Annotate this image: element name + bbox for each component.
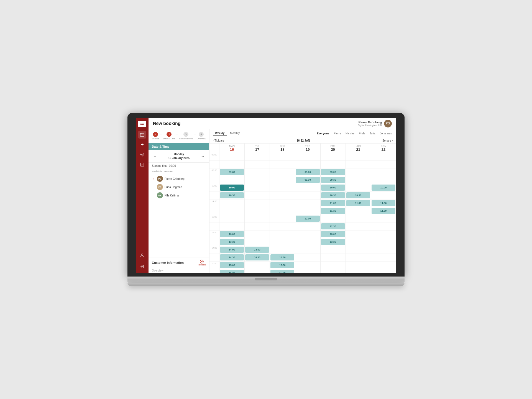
slot-tue-0830 — [245, 161, 270, 168]
step-4-label: Overview — [197, 137, 206, 140]
slot-sat-1400 — [346, 246, 371, 254]
prev-date-button[interactable]: ← — [152, 154, 158, 159]
slot-btn-sun-11.30[interactable]: 11.30 — [372, 208, 395, 214]
slot-btn-thu-12.00[interactable]: 12.00 — [296, 216, 319, 222]
slot-btn-mon-15.00[interactable]: 15.00 — [220, 262, 244, 268]
staff-tab-everyone[interactable]: Everyone — [316, 131, 330, 135]
app-container: care + — [136, 118, 396, 273]
sidebar-item-reports[interactable] — [138, 161, 146, 168]
slot-mon-0800 — [219, 153, 244, 161]
slot-mon-1300: 13.00 — [219, 231, 244, 238]
sidebar-item-settings[interactable] — [138, 151, 146, 158]
laptop-notch — [255, 278, 277, 280]
step-connector-2 — [176, 134, 178, 134]
staff-tab-julia[interactable]: Julia — [369, 131, 377, 135]
slot-btn-fri-13.00[interactable]: 13.00 — [321, 231, 345, 237]
staff-tab-johannes[interactable]: Johannes — [379, 131, 393, 135]
slot-tue-1000 — [245, 184, 270, 192]
next-step-label: Next step — [198, 264, 206, 266]
tab-weekly[interactable]: Weekly — [213, 131, 227, 136]
coworker-2-check — [152, 185, 155, 189]
slot-btn-mon-13.30[interactable]: 13.30 — [220, 239, 244, 245]
slot-btn-mon-15.30[interactable]: 15.30 — [220, 270, 244, 273]
tab-monthly[interactable]: Monthly — [228, 131, 242, 136]
slot-btn-mon-10.30[interactable]: 10.30 — [220, 192, 244, 198]
slot-btn-fri-09.00[interactable]: 09.00 — [321, 169, 345, 175]
sidebar-item-profile[interactable] — [138, 252, 146, 259]
date-time-section-header: Date & Time — [149, 143, 209, 150]
slot-btn-sat-10.30[interactable]: 10.30 — [346, 192, 370, 198]
slot-btn-fri-11.00[interactable]: 11.00 — [321, 200, 345, 206]
slot-btn-tue-14.00[interactable]: 14.00 — [245, 247, 269, 253]
slot-mon-1030: 10.30 — [219, 192, 244, 200]
step-3-circle: 3 — [183, 132, 188, 137]
prev-week-button[interactable]: ‹ Tidigare — [213, 139, 224, 142]
day-header-mon: Mån 16 — [219, 144, 245, 153]
selected-time[interactable]: 10:00 — [169, 164, 176, 167]
svg-point-9 — [141, 254, 143, 255]
slot-btn-fri-10.30[interactable]: 10.30 — [321, 192, 345, 198]
slot-btn-fri-10.00[interactable]: 10.00 — [321, 185, 345, 191]
slot-btn-fri-09.30[interactable]: 09.30 — [321, 177, 345, 183]
staff-tab-pierre[interactable]: Pierre — [332, 131, 342, 135]
day-col-mon: 09.3010.0010.3013.0013.3014.0014.3015.00… — [219, 153, 245, 273]
slot-btn-thu-09.00[interactable]: 09.00 — [296, 169, 319, 175]
step-3-label: Customer info — [179, 137, 193, 140]
slot-btn-sun-10.00[interactable]: 10.00 — [372, 185, 395, 191]
slot-btn-mon-13.00[interactable]: 13.00 — [220, 231, 244, 237]
sidebar-item-logout[interactable] — [138, 263, 146, 270]
slot-btn-thu-09.30[interactable]: 09.30 — [296, 177, 319, 183]
coworker-section: Available Coworker: ✓ PG Pierre Grönberg… — [149, 168, 209, 201]
next-week-button[interactable]: Senare › — [382, 139, 393, 142]
slot-thu-1000 — [295, 184, 320, 192]
sidebar-item-calendar[interactable] — [138, 131, 146, 139]
coworker-1-name: Pierre Grönberg — [165, 177, 185, 180]
step-4-circle: 4 — [199, 132, 204, 137]
slot-btn-mon-10.00[interactable]: 10.00 — [220, 185, 244, 191]
coworker-item-2[interactable]: FD Frida Dogman — [152, 183, 206, 191]
slot-btn-mon-14.30[interactable]: 14.30 — [220, 254, 244, 260]
slot-sun-1030 — [371, 192, 396, 200]
slot-tue-1500 — [245, 262, 270, 269]
overview-label: Overview — [149, 268, 209, 273]
day-col-sat: 10.3011.00 — [346, 153, 371, 273]
coworker-item-3[interactable]: NK Nils Kattman — [152, 191, 206, 200]
slot-tue-0930 — [245, 176, 270, 184]
slot-btn-mon-09.30[interactable]: 09.30 — [220, 169, 244, 175]
day-col-fri: 09.0009.3010.0010.3011.0011.3012.3013.00… — [321, 153, 346, 273]
sidebar-item-add[interactable]: + — [138, 141, 146, 149]
customer-info-section[interactable]: Customer information Next step — [149, 257, 209, 268]
slot-sun-0900 — [371, 168, 396, 176]
day-col-tue: 14.0014.30 — [245, 153, 270, 273]
slot-fri-0830 — [321, 161, 346, 168]
slot-btn-sun-11.00[interactable]: 11.00 — [372, 200, 395, 206]
day-col-wed: 14.3015.0015.3016.0016.3017.00 — [270, 153, 295, 273]
next-step-button[interactable]: Next step — [198, 260, 206, 266]
slot-fri-1430 — [321, 254, 346, 262]
slot-btn-sat-11.00[interactable]: 11.00 — [346, 200, 370, 206]
slot-wed-1500: 15.00 — [270, 262, 295, 269]
slot-btn-fri-13.30[interactable]: 13.30 — [321, 239, 345, 245]
app-header: New booking Pierre Grönberg Stylist Harr… — [149, 118, 396, 129]
coworker-2-avatar: FD — [157, 184, 163, 190]
staff-tab-frida[interactable]: Frida — [358, 131, 366, 135]
slot-btn-fri-12.30[interactable]: 12.30 — [321, 223, 345, 229]
slot-btn-mon-14.00[interactable]: 14.00 — [220, 247, 244, 253]
coworker-item-1[interactable]: ✓ PG Pierre Grönberg — [152, 175, 206, 183]
slot-sun-1130: 11.30 — [371, 207, 396, 215]
slot-btn-wed-15.00[interactable]: 15.00 — [270, 262, 294, 268]
sidebar: care + — [136, 118, 149, 273]
slot-sat-1130 — [346, 207, 371, 215]
staff-tab-nicklas[interactable]: Nicklas — [344, 131, 355, 135]
slot-btn-tue-14.30[interactable]: 14.30 — [245, 254, 269, 260]
slot-btn-fri-11.30[interactable]: 11.30 — [321, 208, 345, 214]
slot-thu-1430 — [295, 254, 320, 262]
slot-mon-1330: 13.30 — [219, 238, 244, 246]
next-date-button[interactable]: → — [200, 154, 206, 159]
slot-wed-0900 — [270, 168, 295, 176]
slot-btn-wed-15.30[interactable]: 15.30 — [270, 270, 294, 273]
slot-sat-1330 — [346, 238, 371, 246]
slot-btn-wed-14.30[interactable]: 14.30 — [270, 254, 294, 260]
user-name-text: Pierre Grönberg Stylist Harrington, HB — [358, 121, 382, 127]
slot-sun-1330 — [371, 238, 396, 246]
